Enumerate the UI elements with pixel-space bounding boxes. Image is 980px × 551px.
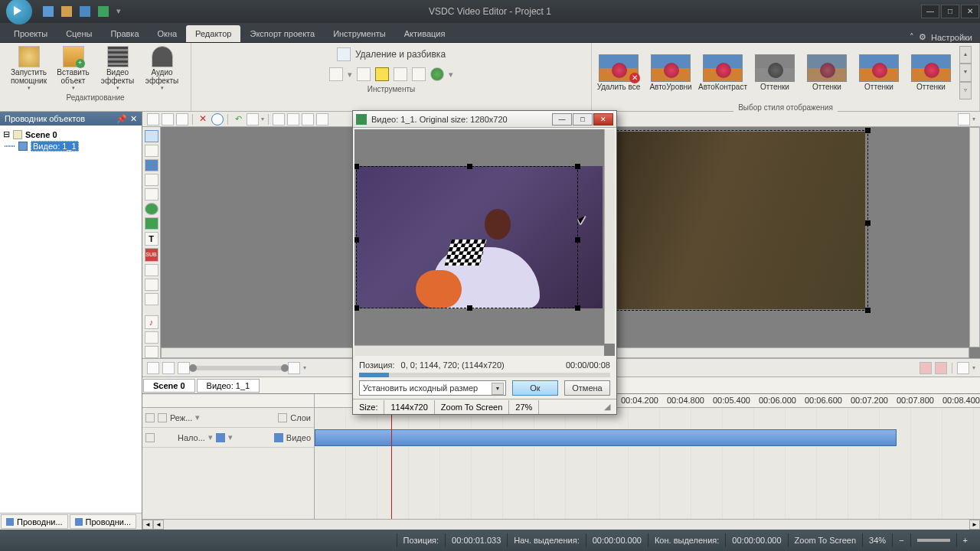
- menu-tab-activation[interactable]: Активация: [395, 25, 455, 42]
- tool-icon[interactable]: [375, 67, 389, 81]
- zoom-icon[interactable]: [288, 362, 300, 374]
- eye-icon[interactable]: [145, 433, 155, 442]
- scene-tab-0[interactable]: Scene 0: [143, 379, 195, 393]
- ellipse-tool-icon[interactable]: [145, 203, 158, 215]
- style-shades-1[interactable]: Оттенки: [751, 54, 799, 91]
- status-zoom-button[interactable]: Zoom To Screen: [788, 533, 863, 547]
- dialog-canvas[interactable]: [354, 129, 615, 356]
- text-tool-icon[interactable]: T: [145, 232, 158, 246]
- minimize-button[interactable]: —: [921, 5, 939, 18]
- tool-icon[interactable]: [145, 145, 158, 157]
- ok-button[interactable]: Ок: [512, 380, 558, 396]
- menu-tab-export[interactable]: Экспорт проекта: [240, 25, 324, 42]
- style-autolevels[interactable]: АвтоУровни: [647, 54, 694, 91]
- tool-icon[interactable]: [357, 67, 371, 81]
- music-tool-icon[interactable]: ♪: [145, 315, 158, 329]
- qat-more-icon[interactable]: ▾: [116, 6, 127, 17]
- marker-icon[interactable]: [935, 362, 947, 374]
- expand-icon[interactable]: ⊟: [3, 129, 10, 139]
- track-icon[interactable]: [278, 413, 287, 422]
- dialog-vscrollbar[interactable]: [604, 129, 615, 344]
- tooltip-tool-icon[interactable]: [145, 264, 158, 276]
- tree-node-scene[interactable]: ⊟ Scene 0: [3, 129, 139, 140]
- chart-tool-icon[interactable]: [145, 279, 158, 291]
- maximize-button[interactable]: □: [941, 5, 959, 18]
- close-button[interactable]: ✕: [961, 5, 979, 18]
- delete-icon[interactable]: ✕: [197, 113, 209, 126]
- style-shades-3[interactable]: Оттенки: [855, 54, 903, 91]
- qat-new-icon[interactable]: [43, 6, 54, 17]
- tool-icon[interactable]: [145, 346, 158, 358]
- cancel-button[interactable]: Отмена: [564, 380, 610, 396]
- dialog-minimize-icon[interactable]: —: [552, 113, 572, 126]
- explorer-tab-2[interactable]: Проводни...: [70, 514, 137, 529]
- redo-icon[interactable]: [247, 113, 259, 126]
- person-tool-icon[interactable]: [145, 293, 158, 305]
- video-effects-button[interactable]: Видео эффекты ▾: [96, 44, 140, 93]
- crop-selection[interactable]: [356, 166, 578, 308]
- app-logo-icon[interactable]: [6, 0, 32, 24]
- zoom-slider[interactable]: [193, 366, 285, 370]
- playhead[interactable]: [391, 408, 392, 519]
- tool-icon[interactable]: [329, 67, 343, 81]
- explorer-tab-1[interactable]: Проводни...: [1, 514, 68, 529]
- style-delete-all[interactable]: ✕Удалить все: [595, 54, 642, 91]
- zoom-fit-icon[interactable]: [147, 362, 159, 374]
- tool-icon[interactable]: [412, 67, 426, 81]
- align-icon[interactable]: [273, 113, 285, 126]
- preview-vscrollbar[interactable]: [969, 127, 980, 347]
- zoom-in-icon[interactable]: +: [956, 533, 974, 547]
- marker-icon[interactable]: [957, 362, 969, 374]
- qat-save-icon[interactable]: [80, 6, 90, 17]
- menu-tab-projects[interactable]: Проекты: [5, 25, 57, 42]
- menu-tab-edit[interactable]: Правка: [101, 25, 148, 42]
- scissors-icon[interactable]: [337, 47, 351, 61]
- dialog-close-icon[interactable]: ✕: [593, 113, 613, 126]
- undo-icon[interactable]: ↶: [232, 113, 244, 126]
- align-icon[interactable]: [302, 113, 314, 126]
- dialog-maximize-icon[interactable]: □: [573, 113, 593, 126]
- dialog-zoom-button[interactable]: Zoom To Screen: [435, 400, 510, 414]
- scene-tab-video[interactable]: Видео: 1_1: [197, 379, 260, 393]
- dialog-hscrollbar[interactable]: [354, 345, 604, 356]
- circle-tool-icon[interactable]: [211, 113, 224, 126]
- pointer-tool-icon[interactable]: [145, 130, 158, 142]
- align-icon[interactable]: [316, 113, 328, 126]
- paste-icon[interactable]: [176, 113, 188, 126]
- align-icon[interactable]: [287, 113, 299, 126]
- tool-icon[interactable]: [145, 331, 158, 344]
- qat-play-icon[interactable]: [98, 6, 109, 17]
- menu-tab-tools[interactable]: Инструменты: [324, 25, 395, 42]
- timeline-row-overlay[interactable]: Нало... ▾ ▾ Видео: [142, 428, 314, 448]
- dialog-titlebar[interactable]: Видео: 1_1. Original size: 980x551 — □ …: [353, 111, 616, 128]
- audio-effects-button[interactable]: Аудио эффекты ▾: [140, 44, 185, 93]
- marker-icon[interactable]: [920, 362, 932, 374]
- tree-node-video[interactable]: Видео: 1_1: [3, 140, 139, 152]
- qat-open-icon[interactable]: [61, 6, 72, 17]
- close-panel-icon[interactable]: ✕: [130, 114, 137, 124]
- pin-icon[interactable]: 📌: [116, 114, 127, 124]
- size-mode-combobox[interactable]: Установить исходный размер: [359, 380, 506, 396]
- selection-rect[interactable]: [605, 130, 868, 311]
- lock-icon[interactable]: [145, 413, 155, 422]
- cut-icon[interactable]: [147, 113, 159, 126]
- tool-icon[interactable]: [430, 67, 444, 81]
- menu-tab-windows[interactable]: Окна: [149, 25, 187, 42]
- style-shades-2[interactable]: Оттенки: [803, 54, 851, 91]
- insert-object-button[interactable]: + Вставить объект ▾: [51, 44, 96, 93]
- toolbar-icon[interactable]: [958, 113, 970, 126]
- run-helper-button[interactable]: Запустить помощник ▾: [7, 44, 51, 93]
- zoom-in-icon[interactable]: [162, 362, 175, 374]
- menu-tab-scenes[interactable]: Сцены: [57, 25, 101, 42]
- resize-grip-icon[interactable]: ◢: [598, 399, 616, 414]
- object-tree[interactable]: ⊟ Scene 0 Видео: 1_1: [0, 126, 142, 513]
- video-clip[interactable]: [315, 429, 897, 446]
- zoom-out-icon[interactable]: [178, 362, 190, 374]
- tool-icon[interactable]: [394, 67, 407, 81]
- line-tool-icon[interactable]: [145, 174, 158, 186]
- freeform-tool-icon[interactable]: [145, 217, 158, 230]
- style-shades-4[interactable]: Оттенки: [907, 54, 955, 91]
- zoom-out-icon[interactable]: −: [892, 533, 910, 547]
- subtitle-tool-icon[interactable]: SUB: [145, 248, 158, 262]
- eye-icon[interactable]: [158, 413, 167, 422]
